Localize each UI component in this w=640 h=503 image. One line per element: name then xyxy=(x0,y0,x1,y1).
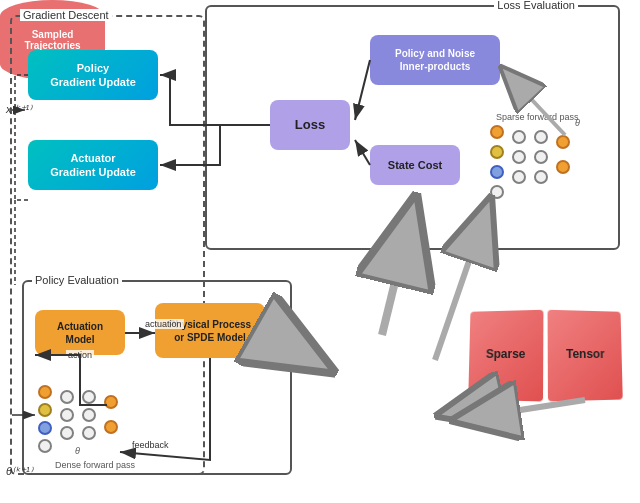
nn-node xyxy=(38,385,52,399)
theta-bottom-label: θ xyxy=(75,446,80,456)
nn-node xyxy=(38,439,52,453)
sparse-label: Sparse xyxy=(486,347,526,363)
nn-node xyxy=(38,403,52,417)
physical-process-box: Physical Process or SPDE Model xyxy=(155,303,265,358)
nn-node xyxy=(512,150,526,164)
tensor-label: Tensor xyxy=(566,347,605,363)
nn-node xyxy=(534,130,548,144)
nn-node xyxy=(104,395,118,409)
nn-node xyxy=(60,408,74,422)
nn-node xyxy=(60,426,74,440)
x-k1-label: x⁽ᵏ⁺¹⁾ xyxy=(3,103,35,116)
sparse-forward-pass-label: Sparse forward pass xyxy=(496,112,579,122)
nn-node xyxy=(534,170,548,184)
actuator-gradient-update-box: Actuator Gradient Update xyxy=(28,140,158,190)
nn-node xyxy=(82,426,96,440)
loss-evaluation-label: Loss Evaluation xyxy=(494,0,578,11)
nn-node xyxy=(490,125,504,139)
nn-node xyxy=(490,145,504,159)
loss-label: Loss xyxy=(295,117,325,134)
nn-node xyxy=(38,421,52,435)
svg-line-15 xyxy=(440,400,505,415)
dense-forward-pass-label: Dense forward pass xyxy=(55,460,135,470)
actuation-model-label: Actuation Model xyxy=(57,320,103,346)
nn-node xyxy=(556,135,570,149)
nn-node xyxy=(512,170,526,184)
nn-node xyxy=(82,408,96,422)
svg-line-16 xyxy=(455,400,585,420)
feedback-arrow-label: feedback xyxy=(130,440,171,450)
policy-gradient-update-box: Policy Gradient Update xyxy=(28,50,158,100)
actuator-grad-label: Actuator Gradient Update xyxy=(50,151,136,180)
nn-node xyxy=(490,165,504,179)
nn-node xyxy=(60,390,74,404)
nn-node xyxy=(534,150,548,164)
nn-node xyxy=(490,185,504,199)
nn-node xyxy=(556,160,570,174)
sparse-box: Sparse xyxy=(468,310,543,402)
gradient-descent-label: Gradient Descent xyxy=(20,9,112,21)
state-cost-label: State Cost xyxy=(388,158,442,172)
loss-box: Loss xyxy=(270,100,350,150)
policy-grad-label: Policy Gradient Update xyxy=(50,61,136,90)
diagram-container: Gradient Descent Loss Evaluation Policy … xyxy=(0,0,640,503)
nn-node xyxy=(82,390,96,404)
policy-noise-box: Policy and Noise Inner-products xyxy=(370,35,500,85)
nn-node xyxy=(104,420,118,434)
actuation-arrow-label: actuation xyxy=(143,319,184,329)
state-cost-box: State Cost xyxy=(370,145,460,185)
nn-node xyxy=(512,130,526,144)
actuation-model-box: Actuation Model xyxy=(35,310,125,355)
policy-noise-label: Policy and Noise Inner-products xyxy=(395,47,475,73)
policy-evaluation-label: Policy Evaluation xyxy=(32,274,122,286)
action-arrow-label: action xyxy=(66,350,94,360)
theta-top-label: θ xyxy=(575,118,580,128)
tensor-box: Tensor xyxy=(548,310,623,402)
theta-k1-label: θ⁽ᵏ⁺¹⁾ xyxy=(3,465,36,478)
